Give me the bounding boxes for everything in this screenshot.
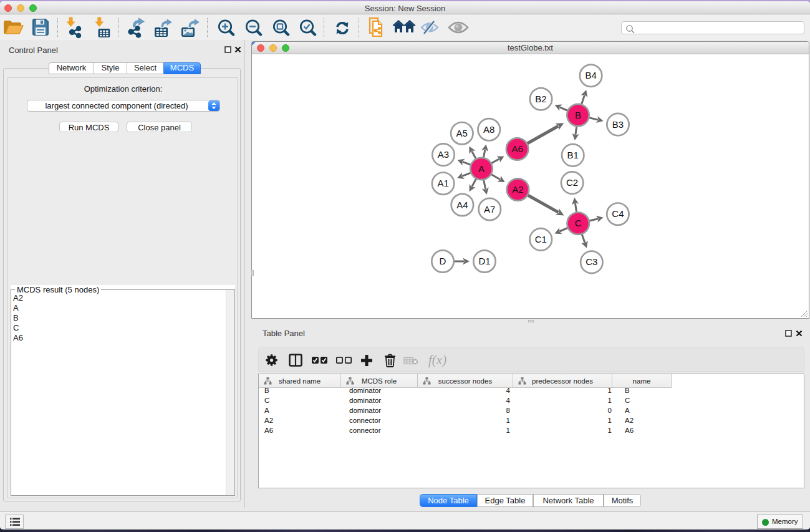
svg-text:D: D [440, 256, 446, 266]
svg-text:A5: A5 [456, 128, 468, 138]
svg-text:B: B [575, 110, 581, 120]
svg-text:A7: A7 [484, 204, 495, 215]
svg-text:A: A [478, 163, 485, 174]
svg-text:B2: B2 [535, 94, 546, 104]
svg-text:C3: C3 [586, 256, 597, 267]
svg-text:A1: A1 [437, 178, 448, 188]
svg-text:A2: A2 [512, 184, 523, 195]
svg-text:C: C [575, 218, 582, 228]
svg-text:C4: C4 [612, 208, 624, 219]
svg-text:A8: A8 [483, 124, 494, 135]
svg-text:D1: D1 [478, 256, 490, 266]
svg-text:C2: C2 [566, 177, 578, 188]
svg-text:A4: A4 [456, 200, 468, 210]
svg-text:A6: A6 [511, 143, 523, 154]
svg-text:B1: B1 [567, 150, 579, 160]
svg-text:C1: C1 [535, 234, 547, 244]
svg-text:A3: A3 [438, 149, 449, 160]
svg-text:B3: B3 [612, 119, 624, 130]
svg-text:B4: B4 [585, 70, 596, 80]
